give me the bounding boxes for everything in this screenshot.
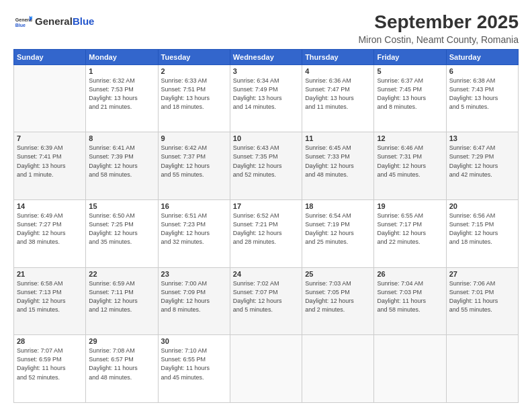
day-cell: 18Sunrise: 6:54 AM Sunset: 7:19 PM Dayli… xyxy=(302,200,374,268)
day-number: 12 xyxy=(377,134,443,142)
day-number: 29 xyxy=(89,337,154,345)
day-cell xyxy=(230,335,302,403)
day-cell: 8Sunrise: 6:41 AM Sunset: 7:39 PM Daylig… xyxy=(86,132,158,200)
day-number: 18 xyxy=(305,202,371,210)
calendar-table: SundayMondayTuesdayWednesdayThursdayFrid… xyxy=(13,49,519,403)
day-detail: Sunrise: 6:55 AM Sunset: 7:17 PM Dayligh… xyxy=(377,212,443,246)
day-cell: 17Sunrise: 6:52 AM Sunset: 7:21 PM Dayli… xyxy=(230,200,302,268)
day-cell: 28Sunrise: 7:07 AM Sunset: 6:59 PM Dayli… xyxy=(14,335,86,403)
day-cell: 15Sunrise: 6:50 AM Sunset: 7:25 PM Dayli… xyxy=(86,200,158,268)
day-number: 11 xyxy=(305,134,371,142)
weekday-header-row: SundayMondayTuesdayWednesdayThursdayFrid… xyxy=(14,49,519,64)
day-detail: Sunrise: 6:50 AM Sunset: 7:25 PM Dayligh… xyxy=(89,212,154,246)
day-cell: 12Sunrise: 6:46 AM Sunset: 7:31 PM Dayli… xyxy=(374,132,446,200)
day-cell: 25Sunrise: 7:03 AM Sunset: 7:05 PM Dayli… xyxy=(302,267,374,335)
day-number: 7 xyxy=(17,134,83,142)
day-cell: 5Sunrise: 6:37 AM Sunset: 7:45 PM Daylig… xyxy=(374,64,446,132)
day-number: 16 xyxy=(161,202,227,210)
weekday-header-monday: Monday xyxy=(86,49,158,64)
logo: General Blue GeneralBlue xyxy=(13,12,94,31)
day-number: 9 xyxy=(161,134,227,142)
day-number: 30 xyxy=(161,337,227,345)
logo-icon: General Blue xyxy=(13,12,32,31)
logo-general: General xyxy=(35,15,73,27)
day-detail: Sunrise: 7:07 AM Sunset: 6:59 PM Dayligh… xyxy=(17,347,83,381)
day-number: 13 xyxy=(449,134,515,142)
day-number: 4 xyxy=(305,67,371,75)
day-detail: Sunrise: 7:04 AM Sunset: 7:03 PM Dayligh… xyxy=(377,279,443,314)
day-cell: 7Sunrise: 6:39 AM Sunset: 7:41 PM Daylig… xyxy=(14,132,86,200)
week-row-4: 21Sunrise: 6:58 AM Sunset: 7:13 PM Dayli… xyxy=(14,267,519,335)
title-block: September 2025 Miron Costin, Neamt Count… xyxy=(358,12,519,45)
day-detail: Sunrise: 6:46 AM Sunset: 7:31 PM Dayligh… xyxy=(377,144,443,179)
day-cell xyxy=(14,64,86,132)
day-number: 28 xyxy=(17,337,83,345)
day-number: 25 xyxy=(305,270,371,278)
month-title: September 2025 xyxy=(358,12,519,33)
logo-blue: Blue xyxy=(73,15,95,27)
day-number: 2 xyxy=(161,67,227,75)
day-detail: Sunrise: 6:43 AM Sunset: 7:35 PM Dayligh… xyxy=(233,144,299,179)
day-cell: 27Sunrise: 7:06 AM Sunset: 7:01 PM Dayli… xyxy=(446,267,518,335)
day-number: 15 xyxy=(89,202,154,210)
day-detail: Sunrise: 6:54 AM Sunset: 7:19 PM Dayligh… xyxy=(305,212,371,246)
day-detail: Sunrise: 6:58 AM Sunset: 7:13 PM Dayligh… xyxy=(17,279,83,314)
day-number: 24 xyxy=(233,270,299,278)
header-row: General Blue GeneralBlue September 2025 … xyxy=(13,12,519,45)
week-row-5: 28Sunrise: 7:07 AM Sunset: 6:59 PM Dayli… xyxy=(14,335,519,403)
day-cell: 19Sunrise: 6:55 AM Sunset: 7:17 PM Dayli… xyxy=(374,200,446,268)
weekday-header-saturday: Saturday xyxy=(446,49,518,64)
day-cell: 10Sunrise: 6:43 AM Sunset: 7:35 PM Dayli… xyxy=(230,132,302,200)
day-detail: Sunrise: 6:49 AM Sunset: 7:27 PM Dayligh… xyxy=(17,212,83,246)
day-number: 3 xyxy=(233,67,299,75)
day-detail: Sunrise: 6:45 AM Sunset: 7:33 PM Dayligh… xyxy=(305,144,371,179)
day-cell: 11Sunrise: 6:45 AM Sunset: 7:33 PM Dayli… xyxy=(302,132,374,200)
day-cell: 21Sunrise: 6:58 AM Sunset: 7:13 PM Dayli… xyxy=(14,267,86,335)
day-cell: 30Sunrise: 7:10 AM Sunset: 6:55 PM Dayli… xyxy=(158,335,230,403)
day-cell xyxy=(374,335,446,403)
day-cell: 4Sunrise: 6:36 AM Sunset: 7:47 PM Daylig… xyxy=(302,64,374,132)
week-row-1: 1Sunrise: 6:32 AM Sunset: 7:53 PM Daylig… xyxy=(14,64,519,132)
day-number: 27 xyxy=(449,270,515,278)
day-detail: Sunrise: 6:59 AM Sunset: 7:11 PM Dayligh… xyxy=(89,279,154,314)
day-number: 26 xyxy=(377,270,443,278)
location-title: Miron Costin, Neamt County, Romania xyxy=(358,34,519,45)
day-number: 6 xyxy=(449,67,515,75)
page: General Blue GeneralBlue September 2025 … xyxy=(0,0,532,411)
day-cell: 9Sunrise: 6:42 AM Sunset: 7:37 PM Daylig… xyxy=(158,132,230,200)
day-cell: 24Sunrise: 7:02 AM Sunset: 7:07 PM Dayli… xyxy=(230,267,302,335)
day-cell: 26Sunrise: 7:04 AM Sunset: 7:03 PM Dayli… xyxy=(374,267,446,335)
day-cell xyxy=(302,335,374,403)
day-number: 23 xyxy=(161,270,227,278)
day-number: 17 xyxy=(233,202,299,210)
day-detail: Sunrise: 6:32 AM Sunset: 7:53 PM Dayligh… xyxy=(89,77,154,111)
day-cell: 2Sunrise: 6:33 AM Sunset: 7:51 PM Daylig… xyxy=(158,64,230,132)
day-detail: Sunrise: 6:47 AM Sunset: 7:29 PM Dayligh… xyxy=(449,144,515,179)
day-detail: Sunrise: 6:52 AM Sunset: 7:21 PM Dayligh… xyxy=(233,212,299,246)
week-row-2: 7Sunrise: 6:39 AM Sunset: 7:41 PM Daylig… xyxy=(14,132,519,200)
day-cell: 20Sunrise: 6:56 AM Sunset: 7:15 PM Dayli… xyxy=(446,200,518,268)
day-cell: 22Sunrise: 6:59 AM Sunset: 7:11 PM Dayli… xyxy=(86,267,158,335)
weekday-header-wednesday: Wednesday xyxy=(230,49,302,64)
day-cell: 23Sunrise: 7:00 AM Sunset: 7:09 PM Dayli… xyxy=(158,267,230,335)
day-number: 5 xyxy=(377,67,443,75)
day-cell: 29Sunrise: 7:08 AM Sunset: 6:57 PM Dayli… xyxy=(86,335,158,403)
weekday-header-thursday: Thursday xyxy=(302,49,374,64)
weekday-header-sunday: Sunday xyxy=(14,49,86,64)
day-cell: 1Sunrise: 6:32 AM Sunset: 7:53 PM Daylig… xyxy=(86,64,158,132)
day-number: 22 xyxy=(89,270,154,278)
day-detail: Sunrise: 7:02 AM Sunset: 7:07 PM Dayligh… xyxy=(233,279,299,314)
day-number: 20 xyxy=(449,202,515,210)
day-detail: Sunrise: 6:39 AM Sunset: 7:41 PM Dayligh… xyxy=(17,144,83,179)
day-cell: 16Sunrise: 6:51 AM Sunset: 7:23 PM Dayli… xyxy=(158,200,230,268)
day-number: 21 xyxy=(17,270,83,278)
day-detail: Sunrise: 6:51 AM Sunset: 7:23 PM Dayligh… xyxy=(161,212,227,246)
day-number: 14 xyxy=(17,202,83,210)
day-detail: Sunrise: 7:00 AM Sunset: 7:09 PM Dayligh… xyxy=(161,279,227,314)
day-detail: Sunrise: 7:06 AM Sunset: 7:01 PM Dayligh… xyxy=(449,279,515,314)
day-detail: Sunrise: 6:42 AM Sunset: 7:37 PM Dayligh… xyxy=(161,144,227,179)
day-cell: 13Sunrise: 6:47 AM Sunset: 7:29 PM Dayli… xyxy=(446,132,518,200)
day-detail: Sunrise: 7:08 AM Sunset: 6:57 PM Dayligh… xyxy=(89,347,154,381)
day-cell: 14Sunrise: 6:49 AM Sunset: 7:27 PM Dayli… xyxy=(14,200,86,268)
logo-text: GeneralBlue xyxy=(35,15,94,28)
